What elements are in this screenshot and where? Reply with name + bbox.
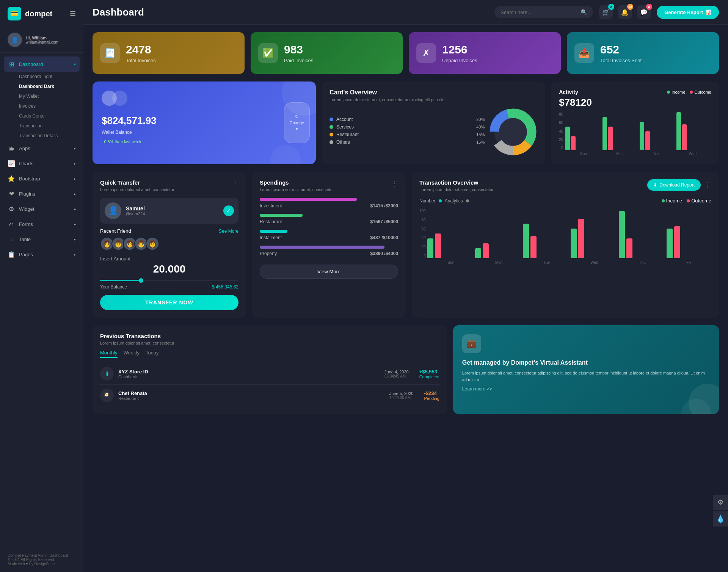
sidebar-item-widget[interactable]: ⚙ Widget ▸ xyxy=(0,201,83,216)
income-bar-mon xyxy=(602,117,607,150)
legend-dot-others xyxy=(329,140,333,144)
sidebar-sub-my-wallet[interactable]: My Wallet xyxy=(11,91,83,101)
bell-button[interactable]: 🔔 12 xyxy=(618,5,632,19)
tx-name: Chef Renata xyxy=(118,390,385,396)
installment-header: Installment $487 /$10000 xyxy=(260,235,398,240)
donut-chart-section: Account 20% Services 40% Restaurant 15% xyxy=(329,107,538,157)
txn-bar-fri xyxy=(667,226,711,258)
sidebar-item-bootstrap[interactable]: ⭐ Bootstrap ▸ xyxy=(0,171,83,186)
transfer-now-button[interactable]: TRANSFER NOW xyxy=(100,295,238,310)
legend-label-others: Others xyxy=(336,139,350,145)
charts-icon: 📈 xyxy=(8,160,15,167)
forms-icon: 🖨 xyxy=(8,220,15,228)
number-toggle[interactable] xyxy=(439,199,442,202)
generate-report-label: Generate Report xyxy=(664,9,703,15)
transaction-overview-card: Transaction Overview Lorem ipsum dolor s… xyxy=(412,172,719,318)
legend-pct-account: 20% xyxy=(476,117,485,122)
analytics-toggle[interactable] xyxy=(466,199,469,202)
prev-transactions-card: Previous Transactions Lorem ipsum dolor … xyxy=(93,325,447,414)
sidebar-sub-cards-center[interactable]: Cards Center xyxy=(11,111,83,121)
stat-info-unpaid: 1256 Unpaid Invoices xyxy=(442,43,477,63)
apps-icon: ◉ xyxy=(8,144,15,152)
legend-label-services: Services xyxy=(336,124,354,130)
stat-card-unpaid-invoices: ✗ 1256 Unpaid Invoices xyxy=(409,32,561,74)
sidebar-footer: Dompet Payment Admin Dashboard © 2021 Al… xyxy=(0,547,83,572)
paid-icon: ✅ xyxy=(258,43,278,63)
txn-dots-button[interactable]: ⋮ xyxy=(704,181,711,189)
page-title: Dashboard xyxy=(93,6,488,18)
chevron-right-icon: ▸ xyxy=(74,177,76,181)
tx-date-block2: June 5, 2020 10:20:00 AM xyxy=(389,391,414,400)
view-more-button[interactable]: View More xyxy=(260,265,398,279)
dots-menu-button[interactable]: ⋮ xyxy=(232,179,238,188)
chat-button[interactable]: 💬 8 xyxy=(637,5,651,19)
hamburger-icon[interactable]: ☰ xyxy=(70,9,76,18)
sidebar-sub-invoices[interactable]: Invoices xyxy=(11,101,83,111)
stat-info-paid: 983 Paid Invoices xyxy=(284,43,313,63)
water-drop-float-button[interactable]: 💧 xyxy=(713,511,728,527)
stat-card-paid-invoices: ✅ 983 Paid Invoices xyxy=(251,32,403,74)
tab-weekly[interactable]: Weekly xyxy=(124,350,140,358)
bar-group-sun xyxy=(565,127,600,150)
generate-report-button[interactable]: Generate Report 📊 xyxy=(657,6,719,19)
cards-overview-subtitle: Lorem ipsum dolor sit amet, consectetur … xyxy=(329,97,538,102)
txn-actions: ⬇ Download Report ⋮ xyxy=(647,179,711,191)
sidebar-item-label: Forms xyxy=(19,221,33,227)
activity-legend: Income Outcome xyxy=(667,90,711,94)
cart-button[interactable]: 🛒 2 xyxy=(599,5,613,19)
slider-dot xyxy=(139,278,143,283)
sidebar-item-forms[interactable]: 🖨 Forms ▸ xyxy=(0,216,83,232)
sidebar-item-apps[interactable]: ◉ Apps ▸ xyxy=(0,141,83,156)
outcome-bar-wed xyxy=(682,124,687,150)
activity-amount: $78120 xyxy=(559,97,711,108)
sidebar-item-pages[interactable]: 📋 Pages ▸ xyxy=(0,247,83,262)
restaurant-header: Restaurant $1567 /$5000 xyxy=(260,219,398,224)
search-input[interactable] xyxy=(500,9,577,15)
txn-header: Transaction Overview Lorem ipsum dolor s… xyxy=(419,179,711,196)
sidebar-sub-transaction-details[interactable]: Transaction Details xyxy=(11,131,83,141)
tx-status: Pending xyxy=(424,396,439,401)
unpaid-invoices-number: 1256 xyxy=(442,43,477,56)
sidebar-item-table[interactable]: ≡ Table ▸ xyxy=(0,232,83,247)
spending-investment: Investment $1415 /$2000 xyxy=(260,198,398,208)
legend-dot-services xyxy=(329,125,333,129)
tx-date: June 5, 2020 xyxy=(389,391,414,396)
see-more-link[interactable]: See More xyxy=(219,229,238,234)
sidebar-sub-transaction[interactable]: Transaction xyxy=(11,121,83,131)
va-icon: 💼 xyxy=(462,334,481,353)
stat-info-total: 2478 Total Invoices xyxy=(126,43,156,63)
sidebar-user: 👤 Hi, William william@gmail.com xyxy=(0,27,83,53)
logo-text: dompet xyxy=(25,9,52,18)
chevron-right-icon: ▸ xyxy=(74,207,76,211)
tab-today[interactable]: Today xyxy=(146,350,159,358)
spendings-dots-button[interactable]: ⋮ xyxy=(391,179,398,188)
txn-title: Transaction Overview xyxy=(419,179,494,186)
sidebar-item-label: Bootstrap xyxy=(19,176,40,182)
sent-invoices-label: Total Invoices Sent xyxy=(600,58,642,63)
slider-fill xyxy=(100,280,142,281)
txn-bar-mon xyxy=(475,243,520,258)
stat-card-total-invoices: 🧾 2478 Total Invoices xyxy=(93,32,245,74)
amount-slider[interactable] xyxy=(100,280,238,281)
prev-tx-tabs: Monthly Weekly Today xyxy=(100,350,439,358)
txn-income-wed xyxy=(571,229,577,258)
sidebar-item-plugins[interactable]: ❤ Plugins ▸ xyxy=(0,186,83,201)
txn-outcome-sun xyxy=(435,234,441,258)
sidebar-sub-dashboard-light[interactable]: Dashboard Light xyxy=(11,72,83,81)
sent-invoices-number: 652 xyxy=(600,43,642,56)
legend-pct-restaurant: 15% xyxy=(476,132,485,137)
recent-friends-label: Recent Friend xyxy=(100,228,131,234)
outcome-label: Outcome xyxy=(694,90,711,94)
va-link[interactable]: Learn more >> xyxy=(462,386,710,392)
sidebar-item-dashboard[interactable]: ⊞ Dashboard ▾ xyxy=(4,56,80,72)
download-report-button[interactable]: ⬇ Download Report xyxy=(647,179,701,191)
sidebar-item-charts[interactable]: 📈 Charts ▸ xyxy=(0,156,83,171)
sidebar-sub-dashboard-dark[interactable]: Dashboard Dark xyxy=(11,81,83,91)
property-header: Property $3890 /$4000 xyxy=(260,251,398,256)
settings-float-button[interactable]: ⚙ xyxy=(713,495,728,510)
chevron-right-icon: ▸ xyxy=(74,192,76,196)
tab-monthly[interactable]: Monthly xyxy=(100,350,118,358)
chevron-down-icon: ▾ xyxy=(296,127,298,132)
sidebar-item-label: Charts xyxy=(19,161,33,166)
wallet-label: Wallet Balance xyxy=(102,130,307,135)
